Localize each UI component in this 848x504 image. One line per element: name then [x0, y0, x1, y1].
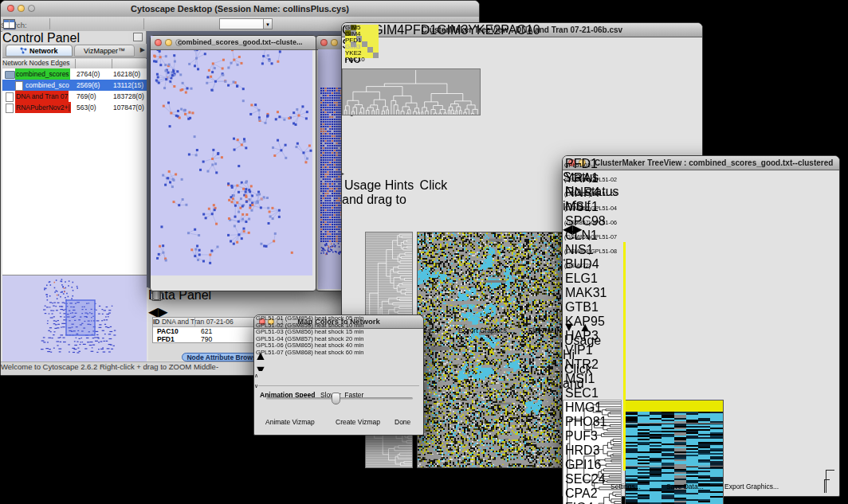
- tv2-gene: YRA1: [565, 171, 607, 186]
- network-row[interactable]: combined_scores2764(0)16218(0): [2, 68, 147, 80]
- matrix-cell[interactable]: [367, 47, 373, 53]
- network-view-canvas[interactable]: [151, 36, 312, 275]
- animation-groupbox: Animation Speed Slower Faster: [258, 385, 419, 416]
- tv2-gene-list: PFD1YRA1RNR4MSL1SPC98CLN1NIS1BUD4ELG1MAK…: [565, 157, 607, 504]
- tab-vizmapper-label: VizMapper™: [84, 47, 125, 55]
- tv2-gene: FIG4: [565, 501, 607, 504]
- tv2-gene: CPA2: [565, 486, 607, 501]
- tv2-gene: HRD3: [565, 443, 607, 458]
- network-nodes: 769(0): [77, 91, 96, 102]
- attribute-item[interactable]: GPL51-07 (GSM868) heat shock 60 min: [254, 350, 380, 357]
- main-title-bar[interactable]: Cytoscape Desktop (Session Name: collins…: [1, 1, 479, 18]
- desktop: Cytoscape Desktop (Session Name: collins…: [0, 0, 848, 504]
- trash-icon: [152, 291, 161, 300]
- matrix-cell[interactable]: [367, 36, 373, 41]
- tv2-gene: KAP95: [565, 315, 607, 329]
- tv1-vscrollbar[interactable]: [342, 471, 351, 504]
- minimize-button[interactable]: [331, 39, 338, 46]
- tv1-column-label: GIM3: [437, 23, 468, 37]
- matrix-cell[interactable]: [373, 47, 379, 53]
- network-name: combined_scores: [15, 68, 70, 80]
- toolbar-divider: [49, 18, 50, 29]
- tv2-button[interactable]: Export Graphics...: [724, 482, 798, 494]
- tv2-gene: NIS1: [565, 243, 607, 257]
- network-window-1: combined_scores_good.txt--cluste...: [150, 35, 316, 291]
- tv2-gene: MSI1: [565, 372, 607, 386]
- toolbar-divider: [143, 18, 144, 29]
- zoom-button[interactable]: [175, 39, 183, 46]
- network-name: DNA and Tran 07: [15, 91, 69, 102]
- network-nodes: 2569(6): [77, 80, 100, 91]
- dialog-button[interactable]: Animate Vizmap: [265, 417, 331, 429]
- network-edges: 183728(0): [113, 91, 144, 102]
- tv2-gene: ELG1: [565, 272, 607, 286]
- data-panel-tab[interactable]: Node Attribute Brows: [182, 353, 261, 361]
- dialog-button[interactable]: Done: [395, 417, 420, 429]
- net1-title-bar[interactable]: combined_scores_good.txt--cluste...: [151, 36, 316, 50]
- status-hint-zoom: Right-click + drag to ZOOM: [100, 362, 191, 371]
- tv2-gene: RNR4: [565, 186, 607, 200]
- tab-overflow-arrow[interactable]: ▶: [140, 46, 145, 53]
- speed-slider-thumb[interactable]: [332, 393, 340, 404]
- dendrogram-fragment: [824, 479, 830, 493]
- tv2-selected-column-line: [623, 242, 626, 471]
- birdseye-view[interactable]: [2, 275, 147, 368]
- tv2-gene: GPI16: [565, 458, 607, 472]
- search-dropdown-button[interactable]: ▼: [263, 18, 273, 29]
- tab-network[interactable]: Network: [6, 45, 73, 57]
- attribute-list-items: GPL51-01 (GSM854) heat shock 05 minGPL51…: [254, 330, 380, 357]
- search-input[interactable]: [219, 18, 264, 29]
- tv1-button[interactable]: Export Graphics...: [458, 326, 525, 338]
- tv2-gene: NTR2: [565, 357, 607, 372]
- tv2-gene: SEC24: [565, 472, 607, 486]
- tv1-column-label: YKE2: [468, 23, 501, 37]
- minimize-button[interactable]: [165, 39, 172, 46]
- network-edges: 16218(0): [113, 68, 140, 80]
- network-edges: 107847(0): [113, 102, 144, 113]
- float-icon[interactable]: [133, 33, 143, 41]
- matrix-cell[interactable]: [367, 30, 373, 36]
- minimize-button[interactable]: [18, 5, 25, 12]
- tv2-gene: GTB1: [565, 300, 607, 315]
- network-name: combined_sco: [25, 80, 70, 91]
- network-row[interactable]: RNAPuberNov2+|563(0)107847(0): [2, 102, 147, 113]
- tv2-gene: SPC98: [565, 214, 607, 229]
- tv2-gene: HMG1: [565, 400, 607, 415]
- network-list: combined_scores2764(0)16218(0)combined_s…: [2, 68, 147, 113]
- matrix-cell[interactable]: [367, 53, 373, 58]
- tab-vizmapper[interactable]: VizMapper™: [74, 45, 135, 57]
- status-welcome: Welcome to Cytoscape 2.6.2: [1, 362, 97, 371]
- matrix-cell[interactable]: [373, 41, 379, 47]
- matrix-cell[interactable]: [367, 25, 373, 30]
- move-up-button[interactable]: ∧: [254, 371, 273, 381]
- close-button[interactable]: [7, 5, 14, 12]
- matrix-cell[interactable]: [373, 25, 379, 30]
- network-nodes: 563(0): [77, 102, 96, 113]
- zoom-button[interactable]: [28, 5, 35, 12]
- tab-network-label: Network: [29, 47, 58, 55]
- dialog-button[interactable]: Create Vizmap: [336, 417, 390, 429]
- close-button[interactable]: [155, 39, 162, 46]
- network-row[interactable]: DNA and Tran 07769(0)183728(0): [2, 91, 147, 102]
- network-row[interactable]: combined_sco2569(6)13112(15): [2, 80, 147, 91]
- close-button[interactable]: [320, 39, 328, 46]
- tv2-gene: PUF3: [565, 429, 607, 443]
- document-icon: [6, 104, 14, 113]
- tv2-button[interactable]: Settings...: [610, 482, 660, 494]
- cell-value: 621: [201, 327, 212, 335]
- matrix-cell[interactable]: [367, 41, 373, 47]
- matrix-cell[interactable]: [373, 30, 379, 36]
- matrix-cell[interactable]: [373, 36, 379, 41]
- tv2-button[interactable]: Save Data...: [666, 482, 719, 494]
- tv2-gene: PFD1: [565, 157, 607, 171]
- attribute-listbox[interactable]: GPL51-01 (GSM854) heat shock 05 minGPL51…: [254, 330, 391, 371]
- network-nodes: 2764(0): [77, 68, 100, 80]
- birdseye-canvas[interactable]: [2, 275, 140, 360]
- map-colors-dialog: Map Colors to Network Attribute List GPL…: [253, 315, 424, 436]
- control-panel-header: Control Panel: [2, 31, 146, 42]
- status-hint-pan: Middle-: [194, 362, 218, 371]
- attribute-browser-icon: [3, 19, 15, 29]
- document-icon: [15, 81, 23, 91]
- tv1-column-labels-panel[interactable]: GIM5GIM4PFD1GIM3YKE2PAC10: [342, 119, 390, 164]
- matrix-cell[interactable]: [373, 53, 379, 58]
